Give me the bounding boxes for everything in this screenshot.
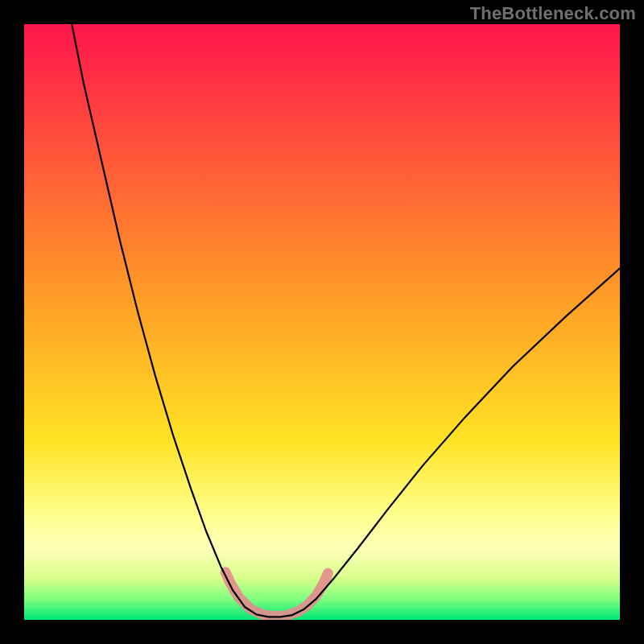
- bottleneck-chart: [24, 24, 620, 620]
- plot-background: [24, 24, 620, 620]
- watermark-text: TheBottleneck.com: [470, 3, 636, 24]
- chart-frame: TheBottleneck.com: [0, 0, 644, 644]
